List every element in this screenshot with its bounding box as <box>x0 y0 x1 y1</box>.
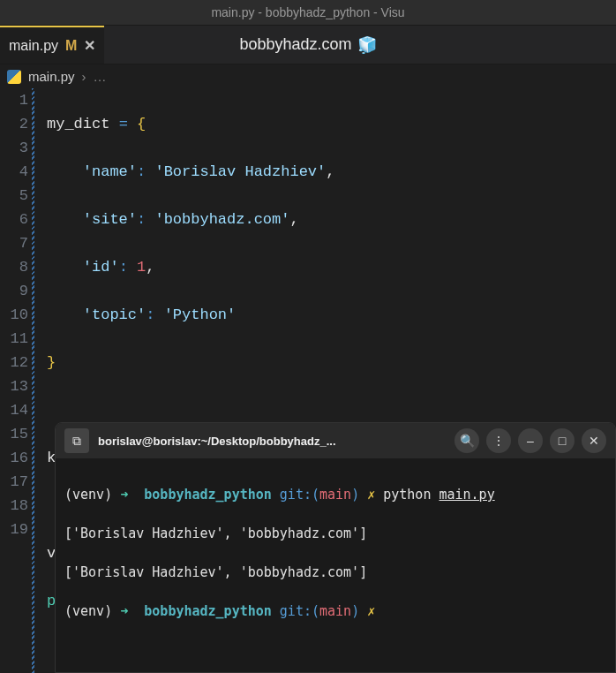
terminal-body[interactable]: (venv) ➜ bobbyhadz_python git:(main) ✗ p… <box>56 458 615 672</box>
code-line: 'name': 'Borislav Hadzhiev', <box>47 160 506 184</box>
tab-modified-indicator: M <box>65 38 77 54</box>
terminal-output: ['Borislav Hadzhiev', 'bobbyhadz.com'] <box>64 524 606 543</box>
watermark: bobbyhadz.com 🧊 <box>239 35 376 55</box>
code-line: 'site': 'bobbyhadz.com', <box>47 208 506 231</box>
code-line: 'topic': 'Python' <box>47 303 506 327</box>
maximize-icon[interactable]: □ <box>550 428 575 453</box>
watermark-text: bobbyhadz.com <box>239 35 351 54</box>
line-number: 9 <box>0 279 28 303</box>
code-line: 'id': 1, <box>47 255 506 279</box>
terminal-controls: 🔍 ⋮ – □ ✕ <box>454 428 606 453</box>
breadcrumb[interactable]: main.py › … <box>0 64 616 88</box>
line-number: 18 <box>0 494 28 518</box>
python-icon <box>7 70 21 84</box>
line-number: 4 <box>0 160 28 184</box>
search-icon[interactable]: 🔍 <box>454 428 479 453</box>
chevron-right-icon: › <box>82 69 86 84</box>
terminal-window: ⧉ borislav@borislav:~/Desktop/bobbyhadz_… <box>55 422 616 673</box>
menu-icon[interactable]: ⋮ <box>486 428 511 453</box>
line-number: 3 <box>0 136 28 160</box>
line-number: 13 <box>0 374 28 398</box>
line-number: 11 <box>0 327 28 351</box>
line-number: 10 <box>0 303 28 327</box>
cube-icon: 🧊 <box>357 35 377 55</box>
close-icon[interactable]: ✕ <box>84 37 95 54</box>
line-number: 8 <box>0 255 28 279</box>
line-number: 12 <box>0 351 28 374</box>
line-number: 17 <box>0 470 28 494</box>
code-line <box>47 398 506 422</box>
line-number: 7 <box>0 231 28 255</box>
terminal-title: borislav@borislav:~/Desktop/bobbyhadz_..… <box>98 435 446 448</box>
terminal-line: (venv) ➜ bobbyhadz_python git:(main) ✗ <box>64 601 606 621</box>
line-number: 1 <box>0 88 28 112</box>
editor-tabbar: main.py M ✕ bobbyhadz.com 🧊 <box>0 26 616 64</box>
line-number: 2 <box>0 112 28 136</box>
breadcrumb-ellipsis: … <box>94 69 107 84</box>
minimize-icon[interactable]: – <box>518 428 543 453</box>
code-line: } <box>47 351 506 374</box>
code-line: my_dict = { <box>47 112 506 136</box>
close-icon[interactable]: ✕ <box>582 428 606 453</box>
window-title: main.py - bobbyhadz_python - Visu <box>211 5 404 19</box>
terminal-output: ['Borislav Hadzhiev', 'bobbyhadz.com'] <box>64 563 606 582</box>
line-number: 15 <box>0 422 28 446</box>
editor-tab-main[interactable]: main.py M ✕ <box>0 26 104 64</box>
tab-filename: main.py <box>9 38 58 54</box>
terminal-icon: ⧉ <box>64 428 89 453</box>
breadcrumb-file: main.py <box>28 69 75 84</box>
line-number: 6 <box>0 208 28 231</box>
terminal-line: (venv) ➜ bobbyhadz_python git:(main) ✗ p… <box>64 485 606 504</box>
line-number: 5 <box>0 184 28 208</box>
line-number: 16 <box>0 446 28 470</box>
line-number: 19 <box>0 518 28 541</box>
line-numbers: 1 2 3 4 5 6 7 8 9 10 11 12 13 14 15 16 1… <box>0 88 32 673</box>
terminal-titlebar[interactable]: ⧉ borislav@borislav:~/Desktop/bobbyhadz_… <box>56 423 615 458</box>
window-titlebar: main.py - bobbyhadz_python - Visu <box>0 0 616 26</box>
line-number: 14 <box>0 398 28 422</box>
